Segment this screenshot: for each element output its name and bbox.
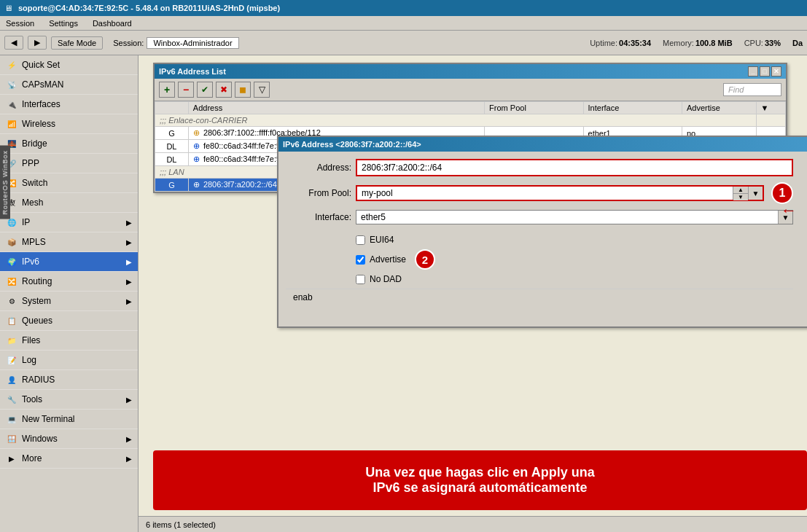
interfaces-icon: 🔌 [6,98,17,110]
sidebar-item-wireless[interactable]: 📶 Wireless [0,114,138,134]
cpu-stat: CPU: 33% [744,39,781,47]
session-selector: Session: Winbox-Administrador [113,37,238,49]
dialog-buttons: OK Cancel Apply ← 3 Disable Comment Copy… [800,152,807,326]
sidebar-item-windows[interactable]: 🪟 Windows ▶ [0,429,138,449]
ipv6-icon: 🌍 [6,256,17,267]
eui64-checkbox[interactable] [356,235,365,245]
sidebar-label-bridge: Bridge [22,138,47,149]
sidebar-item-bridge[interactable]: 🌉 Bridge [0,134,138,154]
dialog-left: Address: From Pool: ▼ ▲ ▼ [278,152,800,326]
memory-value: 100.8 MiB [695,39,733,47]
remove-button[interactable]: − [178,82,194,98]
filter-button[interactable]: ▽ [254,82,270,98]
eui64-label: EUI64 [370,235,394,245]
copy-list-button[interactable]: ◼ [235,82,251,98]
menu-dashboard[interactable]: Dashboard [90,18,135,28]
address-label: Address: [286,163,351,173]
advertise-checkbox[interactable] [356,255,365,265]
address-input[interactable] [356,159,793,176]
from-pool-input[interactable] [357,187,748,200]
sidebar-label-more: More [22,453,42,463]
sidebar-item-switch[interactable]: 🔀 Switch [0,173,138,193]
interface-row: Interface: ▼ [286,210,793,224]
ipv6-list-minimize[interactable]: _ [748,66,758,77]
interface-input[interactable] [356,211,778,224]
forward-button[interactable]: ▶ [28,36,47,50]
title-bar: 🖥 soporte@C4:AD:34:7E:92:5C - 5.48.4 on … [0,0,807,16]
back-button[interactable]: ◀ [4,36,23,50]
da-value: Da [792,39,803,47]
ipv6-list-title: IPv6 Address List [159,67,226,76]
windows-arrow: ▶ [126,435,132,443]
ipv6-dialog: IPv6 Address <2806:3f7:a200:2::/64> _ ✕ … [277,136,807,328]
sidebar-item-mesh[interactable]: 🕸 Mesh [0,193,138,213]
sidebar-label-log: Log [22,355,36,365]
check-button[interactable]: ✔ [197,82,213,98]
ipv6-list-maximize[interactable]: □ [760,66,770,77]
col-header-pool: From Pool [485,102,583,114]
sidebar-item-system[interactable]: ⚙ System ▶ [0,292,138,311]
no-dad-label: No DAD [370,274,402,284]
from-pool-up[interactable]: ▲ [733,187,748,194]
sidebar-item-capsman[interactable]: 📡 CAPsMAN [0,75,138,95]
sidebar-item-tools[interactable]: 🔧 Tools ▶ [0,390,138,410]
no-dad-checkbox[interactable] [356,275,365,284]
sidebar-label-ppp: PPP [22,158,39,168]
col-header-expand: ▼ [756,102,785,114]
files-icon: 📁 [6,335,17,346]
sidebar-label-mesh: Mesh [22,197,43,208]
cross-button[interactable]: ✖ [216,82,232,98]
sidebar-item-radius[interactable]: 👤 RADIUS [0,370,138,390]
title-bar-text: soporte@C4:AD:34:7E:92:5C - 5.48.4 on RB… [18,4,280,12]
ipv6-list-close[interactable]: ✕ [771,66,781,77]
find-box[interactable]: Find [723,83,781,96]
cpu-label: CPU: [744,39,763,47]
safe-mode-button[interactable]: Safe Mode [51,36,103,50]
sidebar-label-interfaces: Interfaces [22,99,61,109]
title-bar-icon: 🖥 [4,4,12,12]
quick-set-icon: ⚡ [6,59,17,71]
wireless-icon: 📶 [6,118,17,130]
session-label: Session: [113,39,144,47]
sidebar-item-queues[interactable]: 📋 Queues [0,311,138,331]
addr-icon-0: ⊕ [193,128,200,137]
list-toolbar: + − ✔ ✖ ◼ ▽ Find [155,79,786,101]
memory-stat: Memory: 100.8 MiB [663,39,733,47]
sidebar-label-files: Files [22,335,40,345]
menu-settings[interactable]: Settings [46,18,81,28]
menu-session[interactable]: Session [3,18,37,28]
sidebar-item-new-terminal[interactable]: 💻 New Terminal [0,410,138,429]
from-pool-dropdown[interactable]: ▼ [748,187,763,200]
sidebar-item-quick-set[interactable]: ⚡ Quick Set [0,55,138,75]
eui64-row: EUI64 [356,235,793,245]
col-header-interface: Interface [583,102,682,114]
from-pool-down[interactable]: ▼ [733,194,748,200]
sidebar-item-ip[interactable]: 🌐 IP ▶ [0,213,138,232]
sidebar-label-queues: Queues [22,316,52,326]
sidebar-item-mpls[interactable]: 📦 MPLS ▶ [0,232,138,252]
log-icon: 📝 [6,354,17,366]
windows-icon: 🪟 [6,433,17,445]
sidebar-item-log[interactable]: 📝 Log [0,351,138,370]
no-dad-row: No DAD [356,274,793,284]
sidebar-item-interfaces[interactable]: 🔌 Interfaces [0,95,138,114]
sidebar-label-routing: Routing [22,276,52,286]
sidebar-item-ppp[interactable]: 🔗 PPP [0,154,138,173]
queues-icon: 📋 [6,315,17,326]
sidebar-item-routing[interactable]: 🔀 Routing ▶ [0,272,138,292]
sidebar-label-ip: IP [22,217,30,227]
sidebar-label-capsman: CAPsMAN [22,79,63,90]
sidebar-item-files[interactable]: 📁 Files [0,331,138,351]
sidebar-label-mpls: MPLS [22,237,46,247]
toolbar-stats: Uptime: 04:35:34 Memory: 100.8 MiB CPU: … [590,39,803,47]
add-button[interactable]: + [159,82,175,98]
content-area: IPv6 Address List _ □ ✕ + − ✔ ✖ ◼ ▽ Find [139,55,807,532]
more-icon: ▶ [6,453,17,464]
sidebar-item-ipv6[interactable]: 🌍 IPv6 ▶ [0,252,138,272]
routeros-winbox-label: RouterOS WinBox [0,146,10,219]
menu-bar: Session Settings Dashboard [0,16,807,31]
sidebar-item-more[interactable]: ▶ More ▶ [0,449,138,469]
ipv6-dialog-titlebar: IPv6 Address <2806:3f7:a200:2::/64> _ ✕ [278,137,807,152]
selected-addr-value: 2806:3f7:a200:2::/64 [203,180,277,189]
from-pool-label: From Pool: [286,188,351,198]
